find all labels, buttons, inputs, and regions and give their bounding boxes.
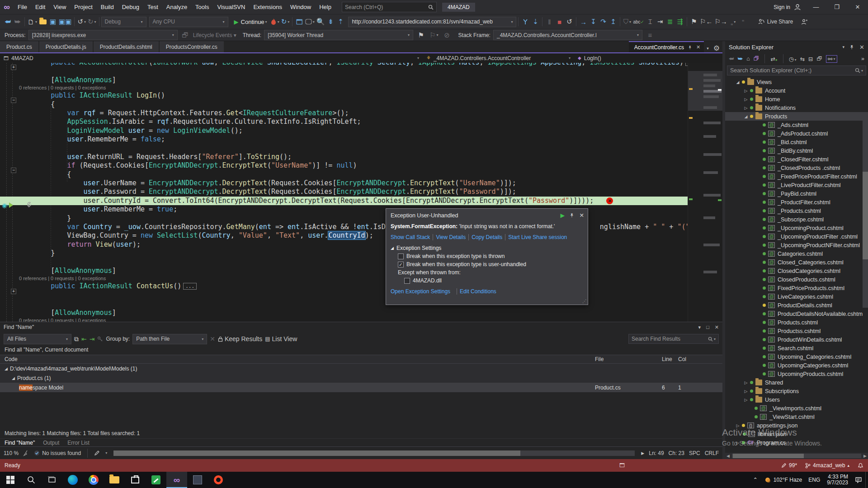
sync-with-active-document-icon[interactable]: ⇄● xyxy=(770,56,777,62)
taskbar-opera[interactable] xyxy=(208,472,229,488)
tree-item-account[interactable]: ▷Account xyxy=(725,86,868,95)
line-ending-indicator[interactable]: CRLF xyxy=(705,450,719,456)
breakpoint-settings-button[interactable]: ⛉▾ xyxy=(622,16,632,27)
collapse-region-icon[interactable]: − xyxy=(11,98,16,103)
url-address-dropdown[interactable]: http://condor1243.startdedicated.com:81/… xyxy=(348,17,516,27)
start-button[interactable] xyxy=(0,472,21,488)
spaces-indicator[interactable]: SPC xyxy=(689,450,700,456)
menu-edit[interactable]: Edit xyxy=(31,0,49,14)
navigate-to-button[interactable]: ⇟ xyxy=(326,16,335,27)
horizontal-scrollbar[interactable] xyxy=(113,450,635,456)
collapsed-icon[interactable]: ▷ xyxy=(743,106,749,110)
copy-results-icon[interactable]: ⧉ xyxy=(74,335,79,343)
break-all-button[interactable]: ‖ xyxy=(544,16,554,27)
home-icon[interactable]: ⌂ xyxy=(746,56,750,62)
tab-productscontroller-cs[interactable]: ProductsController.cs xyxy=(160,41,224,52)
horizontal-scrollbar[interactable]: ◀▶ xyxy=(725,453,868,459)
previous-bookmark-button[interactable]: ⚐← xyxy=(699,16,713,27)
tree-item-closed-categories-cshtml[interactable]: @Closed_Categories.cshtml xyxy=(725,258,868,267)
menu-test[interactable]: Test xyxy=(143,0,162,14)
show-threads-in-source-button[interactable]: ⊘ xyxy=(442,30,452,41)
comment-button[interactable]: „▾ xyxy=(728,16,738,27)
solution-platform-dropdown[interactable]: Any CPU▾ xyxy=(149,17,228,27)
result-group-row[interactable]: ◢Product.cs (1) xyxy=(0,373,722,383)
save-button[interactable]: ▣ xyxy=(48,16,58,27)
tree-item--upcomingproductnfilter-cshtml[interactable]: @_UpcomingProductNFilter.cshtml xyxy=(725,241,868,249)
codelens-indicator[interactable]: 0 references | 0 requests | 0 exceptions xyxy=(0,317,688,322)
collapse-region-icon[interactable]: − xyxy=(11,168,16,173)
repository-indicator[interactable]: 4mazad_web ▴ xyxy=(805,462,849,469)
tree-item--viewimports-cshtml[interactable]: @_ViewImports.cshtml xyxy=(725,404,868,413)
exception-footer-link-edit-conditions[interactable]: Edit Conditions xyxy=(457,288,496,295)
tree-item--ads-cshtml[interactable]: @_Ads.cshtml xyxy=(725,121,868,129)
continue-button[interactable]: ▶ Continue ▾ xyxy=(232,16,269,27)
code-cleanup-broom-icon[interactable] xyxy=(23,450,29,456)
stack-frame-dropdown[interactable]: _4MAZAD.Controllers.AccountController.l▾ xyxy=(493,30,642,40)
restart-button[interactable]: ↻▾ xyxy=(280,16,291,27)
resize-grip[interactable]: ⋰ xyxy=(582,299,587,304)
back-icon[interactable]: ⮨ xyxy=(729,56,734,62)
tree-item-fixedpriceproducts-cshtml[interactable]: @FixedPriceProducts.cshtml xyxy=(725,284,868,292)
restore-button[interactable]: ❐ xyxy=(826,0,847,14)
tree-item--fixedpriceproductfilter-cshtml[interactable]: @_FixedPriceProductFilter.cshtml xyxy=(725,172,868,181)
continue-icon[interactable]: ▶ xyxy=(560,212,565,219)
tree-item--products-cshtml[interactable]: @_Products.cshtml xyxy=(725,206,868,215)
show-flagged-only-button[interactable]: ⚐▾ xyxy=(429,30,439,41)
new-file-button[interactable]: 🗋▾ xyxy=(27,16,38,27)
hot-reload-button[interactable]: ▾ xyxy=(269,16,280,27)
menu-file[interactable]: File xyxy=(14,0,31,14)
collapsed-icon[interactable]: ▷ xyxy=(743,389,749,394)
module-checkbox[interactable]: 4MAZAD.dll xyxy=(386,277,588,285)
tab-product-cs[interactable]: Product.cs xyxy=(0,41,38,52)
tree-item-program-cs[interactable]: ▷C#Program.cs xyxy=(725,438,868,447)
add-collaborator-icon[interactable] xyxy=(799,16,809,27)
properties-icon[interactable]: 🗗 xyxy=(817,56,823,62)
taskbar-greenshot[interactable] xyxy=(146,472,166,488)
tree-item-subscriptions[interactable]: ▷Subscriptions xyxy=(725,387,868,395)
pin-icon[interactable]: 🖈 xyxy=(569,212,575,219)
close-panel-icon[interactable]: ✕ xyxy=(859,44,864,51)
tree-item--productfilter-cshtml[interactable]: @_ProductFilter.cshtml xyxy=(725,198,868,206)
lifecycle-events-button[interactable]: Lifecycle Events ▾ xyxy=(193,32,236,38)
open-file-button[interactable] xyxy=(38,16,48,27)
navigate-forward-button[interactable]: ⮩ xyxy=(13,16,23,27)
tree-item-upcomingproducts-cshtml[interactable]: @UpcomingProducts.cshtml xyxy=(725,370,868,378)
tree-item-livecategories-cshtml[interactable]: @LiveCategories.cshtml xyxy=(725,292,868,301)
step-out-button[interactable]: ↥ xyxy=(608,16,618,27)
menu-project[interactable]: Project xyxy=(70,0,96,14)
menu-analyze[interactable]: Analyze xyxy=(162,0,191,14)
forward-icon[interactable]: ⮩ xyxy=(738,56,743,62)
minimize-button[interactable]: — xyxy=(806,0,826,14)
type-dropdown[interactable]: ⚘ _4MAZAD.Controllers.AccountController … xyxy=(423,53,574,63)
weather-indicator[interactable]: 102°F Haze xyxy=(761,472,806,488)
tree-item-closedcategories-cshtml[interactable]: @ClosedCategories.cshtml xyxy=(725,267,868,275)
break-when-thrown-checkbox[interactable]: Break when this exception type is thrown xyxy=(386,252,588,260)
exception-settings-header[interactable]: ◢ Exception Settings xyxy=(386,241,588,252)
panel-tab-output[interactable]: Output xyxy=(43,440,59,446)
menu-view[interactable]: View xyxy=(49,0,70,14)
step-into-button[interactable]: ↧ xyxy=(588,16,598,27)
undo-button[interactable]: ↺▾ xyxy=(76,16,87,27)
toolbar-overflow-icon[interactable]: » xyxy=(861,56,864,62)
collapsed-icon[interactable]: ▷ xyxy=(743,89,749,93)
sign-in-button[interactable]: Sign in xyxy=(774,4,790,10)
tree-item-upcomingcategories-cshtml[interactable]: @UpcomingCategories.cshtml xyxy=(725,361,868,370)
thread-dropdown[interactable]: [35904] Worker Thread▾ xyxy=(264,30,413,40)
spell-check-button[interactable]: abc✓ xyxy=(632,16,645,27)
task-view-button[interactable] xyxy=(42,472,62,488)
taskbar-chrome[interactable] xyxy=(83,472,104,488)
panel-dropdown-icon[interactable]: ▾ xyxy=(698,324,701,330)
tab-productdetails-cshtml[interactable]: ProductDetails.cshtml xyxy=(94,41,159,52)
next-bookmark-button[interactable]: ⚐→ xyxy=(713,16,728,27)
taskbar-search-button[interactable] xyxy=(21,472,42,488)
menu-build[interactable]: Build xyxy=(97,0,118,14)
show-next-statement-button[interactable]: → xyxy=(578,16,588,27)
restart-debugging-button[interactable]: ↺ xyxy=(564,16,574,27)
flag-threads-button[interactable]: ⚑ xyxy=(416,30,426,41)
tree-item--upcomingproductfilter-cshtml[interactable]: @_UpcomingProductFilter .cshtml xyxy=(725,232,868,241)
panel-tab-find-name-[interactable]: Find "Name" xyxy=(5,440,35,446)
close-button[interactable]: ✕ xyxy=(847,0,868,14)
download-changes-button[interactable]: ⇣ xyxy=(530,16,540,27)
scroll-right-arrow[interactable]: ▶ xyxy=(641,451,644,455)
tree-item-upcoming-categories-cshtml[interactable]: @Upcoming_Categories.cshtml xyxy=(725,352,868,361)
